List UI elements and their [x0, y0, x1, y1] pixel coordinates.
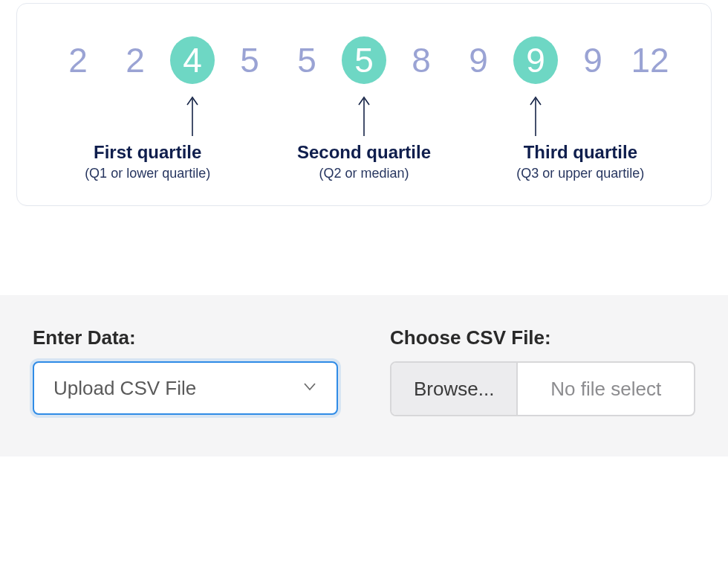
q2-title: Second quartile	[256, 142, 472, 163]
data-input-strip: Enter Data: Upload CSV File Choose CSV F…	[0, 295, 728, 456]
q1-title: First quartile	[39, 142, 256, 163]
q3-value: 9	[513, 36, 558, 84]
number-value: 8	[399, 43, 443, 77]
arrow-q1	[170, 94, 215, 136]
number-value: 9	[456, 43, 501, 77]
quartile-diagram-card: 2 2 4 5 5 5 8 9 9 9 12 First quartile	[16, 3, 712, 206]
number-value: 5	[227, 43, 272, 77]
q1-label: First quartile (Q1 or lower quartile)	[39, 142, 256, 181]
number-value: 2	[113, 43, 157, 77]
choose-file-label: Choose CSV File:	[390, 326, 695, 349]
q3-subtitle: (Q3 or upper quartile)	[472, 166, 689, 181]
q3-title: Third quartile	[472, 142, 689, 163]
number-value: 2	[56, 43, 100, 77]
enter-data-label: Enter Data:	[33, 326, 338, 349]
number-value: 5	[285, 43, 329, 77]
quartile-labels: First quartile (Q1 or lower quartile) Se…	[39, 142, 689, 181]
q2-value: 5	[342, 36, 386, 84]
select-value-text: Upload CSV File	[53, 377, 302, 400]
arrow-q2	[342, 94, 386, 136]
q1-value: 4	[170, 36, 215, 84]
q2-subtitle: (Q2 or median)	[256, 166, 472, 181]
q1-subtitle: (Q1 or lower quartile)	[39, 166, 256, 181]
enter-data-column: Enter Data: Upload CSV File	[33, 326, 338, 416]
choose-file-column: Choose CSV File: Browse... No file selec…	[390, 326, 695, 416]
file-picker[interactable]: Browse... No file select	[390, 361, 695, 416]
number-value: 12	[628, 43, 672, 77]
arrow-q3	[513, 94, 558, 136]
browse-button[interactable]: Browse...	[391, 363, 518, 415]
number-value: 9	[571, 43, 615, 77]
q3-label: Third quartile (Q3 or upper quartile)	[472, 142, 689, 181]
number-row: 2 2 4 5 5 5 8 9 9 9 12	[39, 36, 689, 84]
chevron-down-icon	[302, 379, 317, 397]
q2-label: Second quartile (Q2 or median)	[256, 142, 472, 181]
arrow-row	[39, 94, 689, 136]
file-status-text: No file select	[518, 363, 694, 415]
data-source-select[interactable]: Upload CSV File	[33, 361, 338, 415]
